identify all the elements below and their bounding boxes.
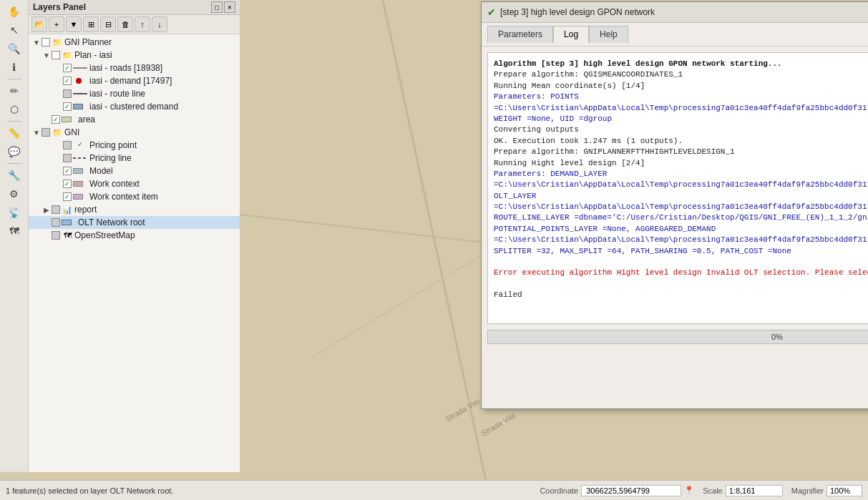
expand-gni-planner[interactable]: ▼ (31, 37, 42, 47)
label-report: report (74, 205, 97, 215)
expand-work-context[interactable] (53, 179, 63, 189)
expand-work-context-item[interactable] (53, 192, 63, 202)
group-icon-2: 📁 (62, 49, 73, 61)
check-work-context[interactable]: ✓ (63, 180, 72, 188)
expand-iasi-roads[interactable] (53, 63, 63, 73)
layer-plan-iasi[interactable]: ▼ 📁 Plan - iasi (29, 49, 240, 62)
check-work-context-item[interactable]: ✓ (63, 192, 72, 201)
expand-all-btn[interactable]: ⊞ (83, 16, 99, 32)
check-iasi-clustered[interactable]: ✓ (63, 102, 72, 111)
panel-close-btn[interactable]: × (224, 1, 235, 13)
layer-pricing-point[interactable]: ✓ Pricing point (29, 139, 240, 152)
expand-area[interactable] (42, 114, 52, 124)
check-osm[interactable] (52, 231, 60, 240)
expand-report[interactable]: ▶ (42, 205, 52, 215)
log-line-12 (494, 279, 868, 290)
check-area[interactable]: ✓ (52, 115, 60, 124)
layer-work-context[interactable]: ✓ Work context (29, 177, 240, 190)
coordinate-value[interactable]: 3066225,5964799 (581, 485, 681, 496)
select-icon[interactable]: ↖ (6, 21, 23, 39)
expand-iasi-clustered[interactable] (53, 102, 63, 112)
scale-value[interactable]: 1:8,161 (726, 485, 783, 496)
check-pricing-line[interactable] (63, 154, 72, 162)
map-area[interactable]: Strada Viei Strada Viei ✔ [step 3] high … (240, 0, 868, 480)
layers-panel-header: Layers Panel □ × (29, 0, 240, 15)
dialog-toolbar: Parameters Log Help Run as batch process… (482, 23, 868, 46)
filter-btn[interactable]: ▼ (66, 16, 82, 32)
node-icon[interactable]: ⬡ (6, 101, 23, 118)
check-gni-planner[interactable] (42, 38, 50, 46)
symbol-pricing-point: ✓ (73, 141, 87, 149)
coordinate-label: Coordinate (540, 486, 578, 495)
identify-icon[interactable]: ℹ (6, 59, 23, 76)
layer-gni-planner[interactable]: ▼ 📁 GNI Planner (29, 36, 240, 49)
add-layer-btn[interactable]: + (49, 16, 64, 32)
tab-log[interactable]: Log (553, 26, 589, 43)
check-model[interactable]: ✓ (63, 167, 72, 175)
annotation-icon[interactable]: 💬 (6, 143, 23, 160)
layer-area[interactable]: ✓ area (29, 113, 240, 126)
log-line-9: Parameters: DEMAND_LAYER =C:\Users\Crist… (494, 169, 868, 257)
layer-gni[interactable]: ▼ 📁 GNI (29, 126, 240, 139)
pan-tool-icon[interactable]: ✋ (6, 3, 23, 20)
label-model: Model (89, 166, 113, 176)
expand-osm[interactable] (42, 230, 52, 240)
check-plan-iasi[interactable] (52, 51, 60, 59)
log-area[interactable]: Algorithm [step 3] high level design GPO… (487, 52, 868, 324)
tab-parameters[interactable]: Parameters (487, 26, 553, 43)
expand-plan-iasi[interactable]: ▼ (42, 50, 52, 60)
zoom-in-icon[interactable]: 🔍 (6, 40, 23, 57)
panel-float-btn[interactable]: □ (211, 1, 223, 13)
move-up-btn[interactable]: ↑ (135, 16, 150, 32)
symbol-pricing-line (73, 154, 87, 162)
check-pricing-point[interactable] (63, 141, 72, 149)
collapse-all-btn[interactable]: ⊟ (100, 16, 116, 32)
dialog-overlay: ✔ [step 3] high level design GPON networ… (479, 0, 868, 460)
symbol-work-context-item (73, 192, 87, 201)
plugin2-icon[interactable]: ⚙ (6, 185, 23, 202)
layer-olt-network-root[interactable]: OLT Network root (29, 216, 240, 229)
expand-olt-network[interactable] (42, 217, 52, 227)
expand-model[interactable] (53, 166, 63, 176)
expand-pricing-line[interactable] (53, 153, 63, 163)
layer-iasi-roads[interactable]: ✓ iasi - roads [18938] (29, 62, 240, 74)
expand-iasi-demand[interactable] (53, 76, 63, 86)
digitize-icon[interactable]: ✏ (6, 82, 23, 99)
dialog-title-text: [step 3] high level design GPON network (500, 7, 655, 17)
layer-model[interactable]: ✓ Model (29, 165, 240, 177)
expand-iasi-route[interactable] (53, 89, 63, 99)
check-report[interactable] (52, 205, 60, 214)
open-layer-btn[interactable]: 📂 (31, 16, 47, 32)
expand-pricing-point[interactable] (53, 140, 63, 150)
check-olt-network[interactable] (52, 218, 60, 227)
layer-iasi-route-line[interactable]: iasi - route line (29, 87, 240, 100)
status-bar: 1 feature(s) selected on layer OLT Netwo… (0, 480, 868, 500)
toolbar-sep-3 (7, 163, 21, 164)
layer-work-context-item[interactable]: ✓ Work context item (29, 190, 240, 203)
plugin4-icon[interactable]: 🗺 (6, 222, 23, 240)
magnifier-label: Magnifier (791, 486, 824, 495)
layer-pricing-line[interactable]: Pricing line (29, 152, 240, 165)
label-iasi-demand: iasi - demand [17497] (89, 76, 172, 86)
check-iasi-roads[interactable]: ✓ (63, 64, 72, 72)
coordinate-icon: 📍 (684, 486, 694, 495)
magnifier-value[interactable]: 100% (826, 485, 862, 496)
layer-iasi-demand[interactable]: ✓ iasi - demand [17497] (29, 74, 240, 87)
log-line-11: Error executing algorithm Hight level de… (494, 268, 868, 278)
label-area: area (78, 114, 95, 124)
layer-openstreetmap[interactable]: 🗺 OpenStreetMap (29, 229, 240, 242)
layer-iasi-clustered[interactable]: ✓ iasi - clustered demand (29, 100, 240, 113)
measure-icon[interactable]: 📏 (6, 124, 23, 142)
remove-layer-btn[interactable]: 🗑 (117, 16, 133, 32)
check-iasi-demand[interactable]: ✓ (63, 77, 72, 85)
plugin1-icon[interactable]: 🔧 (6, 167, 23, 184)
check-iasi-route[interactable] (63, 89, 72, 98)
dialog-titlebar: ✔ [step 3] high level design GPON networ… (482, 2, 868, 23)
move-down-btn[interactable]: ↓ (152, 16, 167, 32)
expand-gni[interactable]: ▼ (31, 127, 42, 137)
tab-help[interactable]: Help (589, 26, 628, 43)
check-gni[interactable] (42, 128, 50, 137)
label-gni: GNI (64, 127, 79, 137)
plugin3-icon[interactable]: 📡 (6, 204, 23, 221)
layer-report[interactable]: ▶ 📊 report (29, 203, 240, 216)
